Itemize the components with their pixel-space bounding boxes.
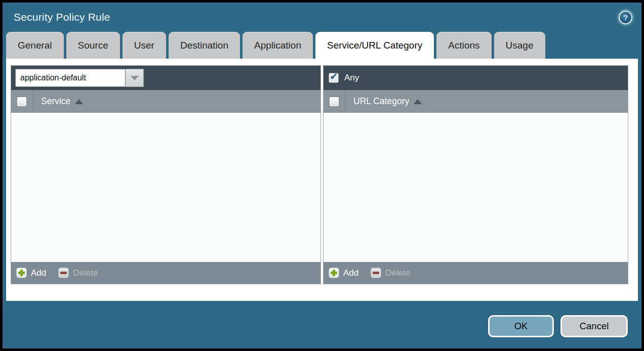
delete-button-label: Delete [73, 268, 98, 278]
service-delete-button[interactable]: Delete [58, 268, 98, 278]
security-policy-rule-dialog: Security Policy Rule ? General Source Us… [0, 0, 644, 351]
tab-strip: General Source User Destination Applicat… [3, 32, 641, 59]
tab-actions[interactable]: Actions [436, 32, 491, 59]
service-select-all-checkbox[interactable] [17, 97, 27, 107]
url-category-select-all-cell [324, 90, 345, 113]
tab-usage[interactable]: Usage [494, 32, 545, 59]
url-category-column-sort[interactable]: URL Category [353, 96, 422, 107]
tab-destination[interactable]: Destination [169, 32, 240, 59]
dialog-actions: OK Cancel [3, 315, 641, 337]
help-glyph: ? [623, 13, 628, 22]
any-row: Any [328, 73, 359, 83]
help-icon[interactable]: ? [619, 11, 632, 24]
service-type-dropdown-button[interactable] [126, 69, 144, 87]
tab-application[interactable]: Application [243, 32, 313, 59]
add-button-label: Add [343, 268, 358, 278]
titlebar: Security Policy Rule ? [3, 3, 641, 32]
service-list [11, 113, 320, 262]
url-category-panel: Any URL Category Add [323, 65, 628, 284]
tab-user[interactable]: User [123, 32, 166, 59]
url-category-add-button[interactable]: Add [329, 268, 358, 278]
service-add-button[interactable]: Add [16, 268, 46, 278]
delete-button-label: Delete [385, 268, 410, 278]
chevron-down-icon [131, 76, 139, 80]
url-category-panel-footer: Add Delete [324, 262, 628, 284]
tab-general[interactable]: General [6, 32, 64, 59]
service-panel: application-default Service [11, 65, 321, 284]
service-type-value[interactable]: application-default [15, 69, 126, 87]
minus-icon [371, 268, 381, 278]
any-checkbox[interactable] [329, 73, 339, 83]
any-label: Any [344, 73, 359, 83]
service-column-sort[interactable]: Service [41, 96, 83, 107]
tab-source[interactable]: Source [66, 32, 120, 59]
url-category-select-all-checkbox[interactable] [329, 97, 339, 107]
service-select-all-cell [11, 90, 33, 113]
url-category-column-header: URL Category [324, 90, 628, 113]
url-category-panel-toolbar: Any [324, 66, 628, 90]
plus-icon [329, 268, 339, 278]
sort-ascending-icon [75, 99, 83, 104]
service-panel-footer: Add Delete [11, 262, 320, 284]
sort-ascending-icon [414, 99, 422, 104]
url-category-delete-button[interactable]: Delete [371, 268, 410, 278]
service-column-header: Service [11, 90, 320, 113]
cancel-button[interactable]: Cancel [560, 315, 628, 337]
minus-icon [58, 268, 69, 278]
tab-content: application-default Service [6, 59, 638, 301]
url-category-list [324, 113, 628, 262]
plus-icon [16, 268, 27, 278]
url-category-column-label: URL Category [353, 96, 409, 107]
ok-button[interactable]: OK [488, 315, 554, 337]
service-column-label: Service [41, 96, 70, 107]
service-panel-toolbar: application-default [11, 66, 320, 90]
service-type-dropdown: application-default [15, 69, 144, 87]
add-button-label: Add [31, 268, 46, 278]
tab-service-url-category[interactable]: Service/URL Category [315, 32, 434, 59]
dialog-title: Security Policy Rule [14, 11, 110, 23]
